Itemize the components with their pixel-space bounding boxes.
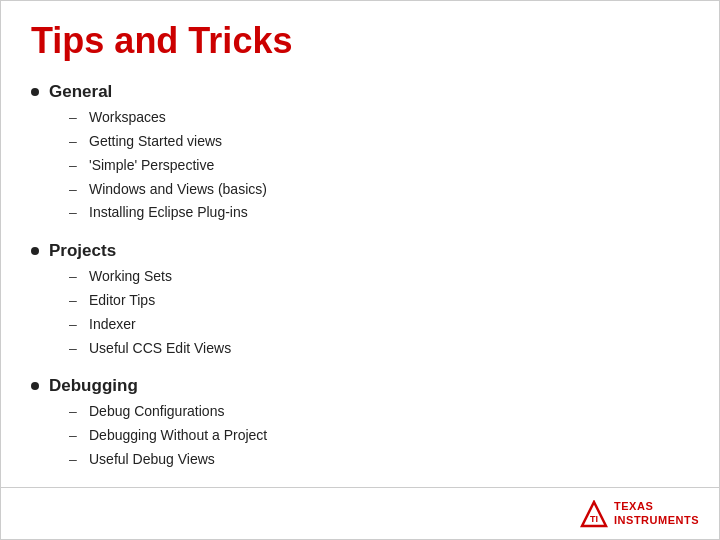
svg-text:TI: TI [590,514,598,524]
list-item: –Useful Debug Views [69,448,689,472]
item-text: Useful Debug Views [89,448,215,472]
item-text: Debug Configurations [89,400,224,424]
dash-icon: – [69,448,83,472]
ti-logo-line2: Instruments [614,514,699,527]
item-text: 'Simple' Perspective [89,154,214,178]
section-debugging-items: –Debug Configurations –Debugging Without… [31,400,689,471]
section-debugging-header: Debugging [31,376,689,396]
item-text: Getting Started views [89,130,222,154]
dash-icon: – [69,178,83,202]
list-item: –Debugging Without a Project [69,424,689,448]
list-item: –Indexer [69,313,689,337]
dash-icon: – [69,130,83,154]
dash-icon: – [69,154,83,178]
item-text: Working Sets [89,265,172,289]
section-projects-header: Projects [31,241,689,261]
dash-icon: – [69,337,83,361]
item-text: Debugging Without a Project [89,424,267,448]
dash-icon: – [69,201,83,225]
item-text: Workspaces [89,106,166,130]
list-item: –Workspaces [69,106,689,130]
ti-logo-line1: Texas [614,500,699,513]
section-general-label: General [49,82,112,102]
list-item: –Windows and Views (basics) [69,178,689,202]
ti-logo-icon: TI [580,500,608,528]
list-item: –'Simple' Perspective [69,154,689,178]
ti-logo: TI Texas Instruments [580,500,699,528]
item-text: Editor Tips [89,289,155,313]
section-general: General –Workspaces –Getting Started vie… [31,82,689,225]
bullet-dot-general [31,88,39,96]
section-projects: Projects –Working Sets –Editor Tips –Ind… [31,241,689,360]
section-projects-items: –Working Sets –Editor Tips –Indexer –Use… [31,265,689,360]
bullet-dot-projects [31,247,39,255]
list-item: –Editor Tips [69,289,689,313]
footer: TI Texas Instruments [1,487,719,539]
slide-title: Tips and Tricks [1,1,719,72]
ti-logo-svg: TI [580,500,608,528]
content-area: General –Workspaces –Getting Started vie… [1,72,719,498]
dash-icon: – [69,106,83,130]
bullet-dot-debugging [31,382,39,390]
section-debugging: Debugging –Debug Configurations –Debuggi… [31,376,689,471]
list-item: –Useful CCS Edit Views [69,337,689,361]
dash-icon: – [69,265,83,289]
dash-icon: – [69,400,83,424]
section-debugging-label: Debugging [49,376,138,396]
section-general-items: –Workspaces –Getting Started views –'Sim… [31,106,689,225]
section-general-header: General [31,82,689,102]
slide-container: Tips and Tricks General –Workspaces –Get… [0,0,720,540]
list-item: –Installing Eclipse Plug-ins [69,201,689,225]
list-item: –Debug Configurations [69,400,689,424]
item-text: Installing Eclipse Plug-ins [89,201,248,225]
ti-logo-text: Texas Instruments [614,500,699,526]
list-item: –Getting Started views [69,130,689,154]
item-text: Windows and Views (basics) [89,178,267,202]
item-text: Indexer [89,313,136,337]
dash-icon: – [69,424,83,448]
list-item: –Working Sets [69,265,689,289]
dash-icon: – [69,289,83,313]
item-text: Useful CCS Edit Views [89,337,231,361]
dash-icon: – [69,313,83,337]
section-projects-label: Projects [49,241,116,261]
